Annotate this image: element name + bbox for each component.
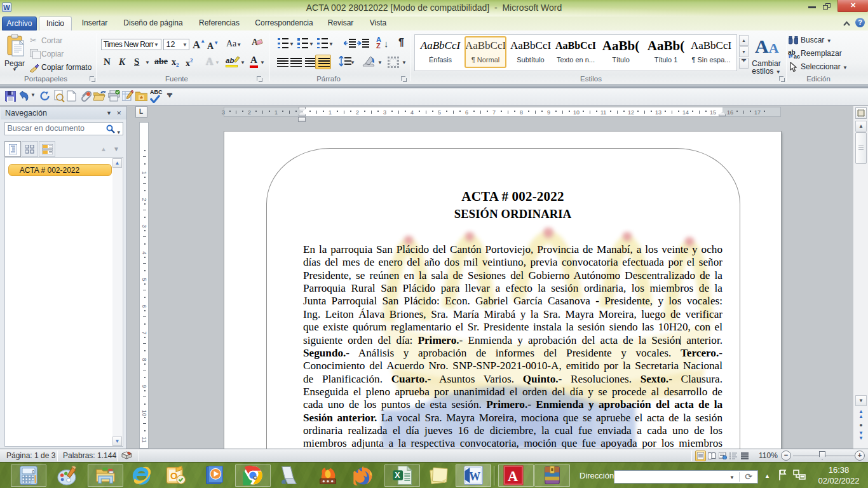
svg-text:0: 0	[32, 470, 35, 474]
svg-text:W: W	[469, 470, 480, 483]
svg-text:X: X	[395, 471, 400, 480]
svg-text:A: A	[508, 468, 518, 484]
